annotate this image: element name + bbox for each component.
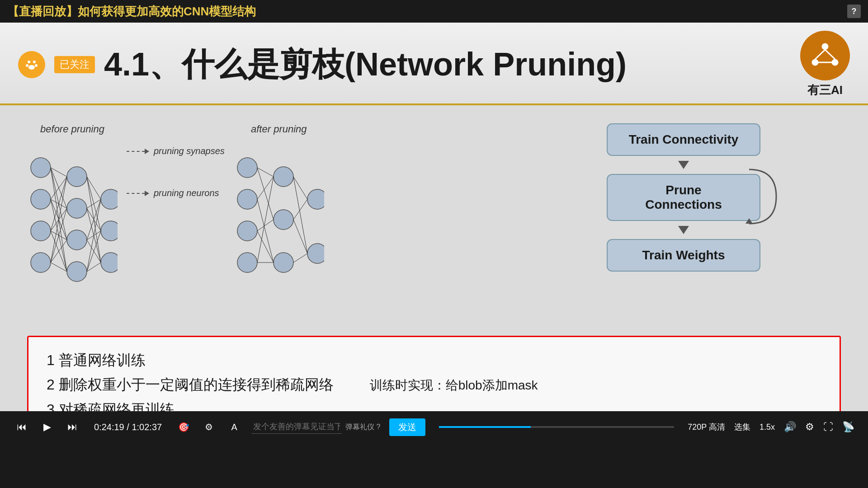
quality-label[interactable]: 720P 高清: [688, 422, 725, 432]
flow-loop-container: Prune Connections Train Weights: [593, 174, 774, 272]
svg-point-12: [31, 158, 51, 178]
font-icon[interactable]: A: [226, 419, 242, 435]
skip-forward-button[interactable]: ⏭: [64, 419, 80, 435]
before-pruning-section: before pruning: [27, 123, 118, 312]
bottom-line1: 1 普通网络训练: [47, 348, 821, 372]
flow-arrow-1: [678, 156, 689, 174]
svg-point-1: [28, 61, 30, 63]
pruning-labels: pruning synapses pruning neurons: [127, 123, 225, 198]
svg-line-42: [87, 199, 101, 208]
select-label[interactable]: 选集: [734, 422, 750, 432]
danmaku-type[interactable]: 弹幕礼仪 ?: [345, 422, 380, 432]
top-bar-title: 【直播回放】如何获得更加高效的CNN模型结构: [7, 4, 256, 19]
follow-button[interactable]: [18, 51, 45, 78]
svg-line-48: [87, 199, 101, 272]
svg-line-70: [293, 220, 307, 253]
svg-line-64: [257, 220, 274, 231]
bottom-line2: 2 删除权重小于一定阈值的连接得到稀疏网络: [47, 372, 334, 397]
slide-area: 已关注 4.1、什么是剪枝(Network Pruning) 有三AI: [0, 23, 868, 443]
progress-fill: [439, 426, 531, 428]
flow-arrow-2: [678, 221, 689, 239]
pruning-synapses-label: pruning synapses: [127, 146, 225, 156]
svg-point-54: [237, 253, 257, 272]
svg-point-0: [24, 56, 40, 73]
svg-point-22: [101, 253, 118, 272]
controls-bar: ⏮ ▶ ⏭ 0:24:19 / 1:02:37 🎯 ⚙ A 弹幕礼仪 ? 发送 …: [0, 411, 868, 443]
cast-icon[interactable]: 📡: [842, 421, 854, 433]
svg-line-35: [51, 177, 67, 263]
svg-point-20: [101, 189, 118, 209]
svg-line-65: [257, 231, 274, 263]
svg-line-39: [87, 177, 101, 199]
skip-back-button[interactable]: ⏮: [14, 419, 30, 435]
settings-icon[interactable]: ⚙: [805, 421, 814, 433]
svg-line-50: [87, 263, 101, 272]
svg-point-2: [33, 61, 36, 63]
svg-line-23: [51, 168, 67, 177]
svg-line-37: [51, 240, 67, 263]
danmaku-icon[interactable]: 🎯: [175, 419, 192, 435]
logo-area: 有三AI: [800, 31, 850, 98]
send-button[interactable]: 发送: [389, 418, 425, 436]
logo-text: 有三AI: [807, 82, 843, 98]
help-button[interactable]: ?: [847, 5, 861, 18]
svg-point-3: [26, 64, 28, 67]
svg-point-19: [67, 262, 87, 282]
svg-line-38: [51, 263, 67, 272]
play-button[interactable]: ▶: [39, 419, 55, 435]
time-display: 0:24:19 / 1:02:37: [94, 422, 162, 432]
svg-point-59: [307, 244, 324, 263]
main-content: before pruning: [27, 114, 841, 331]
follow-label[interactable]: 已关注: [54, 56, 95, 73]
dashed-arrow-neurons: [127, 191, 149, 196]
after-pruning-svg: [234, 141, 324, 312]
svg-line-10: [825, 50, 835, 59]
svg-line-66: [257, 177, 274, 263]
svg-point-13: [31, 189, 51, 209]
logo-circle: [800, 31, 850, 80]
before-pruning-svg: [27, 141, 118, 312]
volume-icon[interactable]: 🔊: [784, 421, 796, 433]
svg-line-31: [51, 177, 67, 231]
after-pruning-section: after pruning: [234, 123, 324, 312]
svg-point-14: [31, 221, 51, 241]
svg-marker-73: [745, 218, 753, 224]
svg-point-18: [67, 230, 87, 250]
svg-line-45: [87, 199, 101, 240]
svg-line-49: [87, 231, 101, 272]
svg-line-62: [257, 177, 274, 199]
svg-point-16: [67, 167, 87, 187]
svg-line-27: [51, 177, 67, 199]
speed-label[interactable]: 1.5x: [760, 422, 775, 432]
danmaku-icon2[interactable]: ⚙: [201, 419, 217, 435]
after-label: after pruning: [251, 123, 307, 135]
svg-point-17: [67, 198, 87, 218]
svg-point-4: [35, 64, 38, 67]
svg-point-56: [274, 210, 293, 230]
progress-bar[interactable]: [439, 426, 674, 428]
flow-diagram: Train Connectivity Prune Connections Tra…: [526, 114, 841, 272]
slide-body: before pruning: [0, 105, 868, 443]
svg-line-36: [51, 208, 67, 263]
before-label: before pruning: [40, 123, 104, 135]
implementation-note: 训练时实现：给blob添加mask: [370, 377, 538, 394]
danmaku-input[interactable]: [251, 420, 342, 434]
svg-point-15: [31, 253, 51, 272]
bottom-text-row: 2 删除权重小于一定阈值的连接得到稀疏网络 训练时实现：给blob添加mask: [47, 372, 821, 397]
svg-point-52: [237, 189, 257, 209]
danmaku-area: 弹幕礼仪 ?: [251, 420, 380, 434]
flow-box-train-connectivity: Train Connectivity: [607, 123, 760, 156]
svg-point-58: [307, 189, 324, 209]
slide-title: 4.1、什么是剪枝(Network Pruning): [104, 47, 800, 82]
svg-point-57: [274, 253, 293, 272]
slide-header: 已关注 4.1、什么是剪枝(Network Pruning) 有三AI: [0, 23, 868, 105]
top-bar: 【直播回放】如何获得更加高效的CNN模型结构 ?: [0, 0, 868, 23]
svg-line-63: [257, 199, 274, 263]
svg-point-53: [237, 221, 257, 241]
svg-line-71: [293, 253, 307, 263]
nn-diagram: before pruning: [27, 114, 499, 312]
dashed-arrow-synapses: [127, 149, 149, 154]
svg-point-5: [28, 65, 35, 70]
fullscreen-icon[interactable]: ⛶: [823, 421, 833, 433]
svg-line-69: [293, 199, 307, 220]
